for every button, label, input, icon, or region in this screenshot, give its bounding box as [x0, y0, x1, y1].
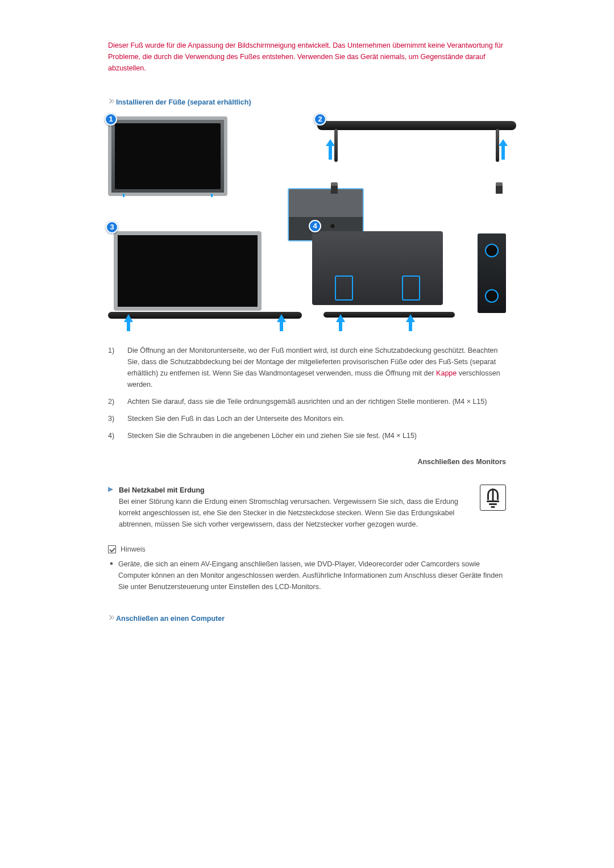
foot-bar-illustration: [317, 116, 516, 196]
warning-text: Dieser Fuß wurde für die Anpassung der B…: [108, 40, 506, 74]
monitor-back-illustration: [312, 231, 443, 305]
note-bullet-list: Geräte, die sich an einem AV-Eingang ans…: [108, 558, 506, 592]
ground-symbol-icon: [480, 485, 506, 511]
grounding-text: Bei einer Störung kann die Erdung einen …: [119, 496, 472, 530]
step-text: Achten Sie darauf, dass sie die Teile or…: [127, 394, 506, 411]
figure-badge: 4: [309, 220, 321, 232]
step-number: 2): [108, 394, 127, 411]
triangle-bullet-icon: [108, 487, 113, 492]
step-text: Stecken Sie den Fuß in das Loch an der U…: [127, 411, 506, 428]
section-header-connecting-monitor: Anschließen des Monitors: [108, 456, 506, 468]
figure-2: 2: [317, 116, 516, 196]
grounding-section: Bei Netzkabel mit Erdung Bei einer Störu…: [108, 485, 506, 530]
figure-badge: 3: [106, 221, 118, 233]
screw-icon: [331, 182, 338, 194]
arrow-up-icon: [499, 139, 508, 161]
heading-text: Anschließen an einen Computer: [116, 615, 225, 623]
figure-4: 4: [312, 223, 506, 331]
note-row: Hinweis: [108, 544, 506, 555]
step-text: Die Öffnung an der Monitorunterseite, wo…: [127, 343, 506, 394]
step-text: Stecken Sie die Schrauben in die angeben…: [127, 428, 506, 445]
monitor-front-illustration: [108, 116, 227, 196]
screw-icon: [496, 182, 503, 194]
note-label: Hinweis: [121, 544, 146, 555]
list-item: 3) Stecken Sie den Fuß in das Loch an de…: [108, 411, 506, 428]
step-number: 4): [108, 428, 127, 445]
step-number: 1): [108, 343, 127, 394]
chevron-right-icon: [108, 616, 113, 620]
installation-figures: 1 2: [108, 116, 506, 331]
section-heading-connect-computer: Anschließen an einen Computer: [108, 613, 506, 624]
grounding-title: Bei Netzkabel mit Erdung: [119, 485, 472, 496]
figure-badge: 1: [105, 113, 117, 126]
document-page: Dieser Fuß wurde für die Anpassung der B…: [91, 0, 523, 746]
list-item: 4) Stecken Sie die Schrauben in die ange…: [108, 428, 506, 445]
heading-text: Installieren der Füße (separat erhältlic…: [116, 98, 251, 106]
screw-column-illustration: [478, 233, 506, 313]
figure-3: 3: [108, 223, 302, 331]
list-item: 1) Die Öffnung an der Monitorunterseite,…: [108, 343, 506, 394]
list-item: Geräte, die sich an einem AV-Eingang ans…: [108, 558, 506, 592]
figure-1: 1: [108, 116, 307, 213]
inline-link-kappe[interactable]: Kappe: [436, 369, 457, 377]
figure-row-1: 1 2: [108, 116, 506, 213]
figure-badge: 2: [314, 113, 326, 126]
installation-steps-list: 1) Die Öffnung an der Monitorunterseite,…: [108, 343, 506, 445]
section-heading-install-feet: Installieren der Füße (separat erhältlic…: [108, 97, 506, 108]
chevron-right-icon: [108, 99, 113, 104]
step-number: 3): [108, 411, 127, 428]
list-item: 2) Achten Sie darauf, dass sie die Teile…: [108, 394, 506, 411]
arrow-up-icon: [326, 139, 335, 161]
checkbox-icon: [108, 545, 116, 553]
monitor-front-illustration: [114, 231, 262, 311]
